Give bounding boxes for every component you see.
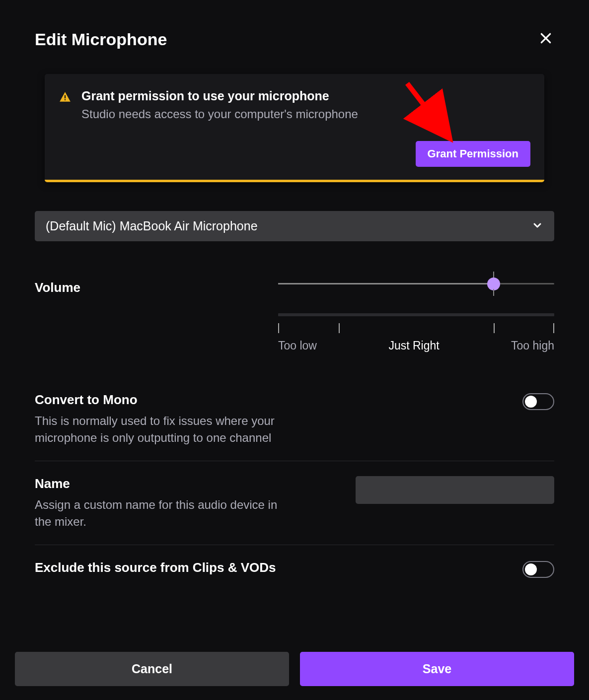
chevron-down-icon	[531, 219, 543, 233]
toggle-handle	[525, 563, 537, 575]
edit-microphone-modal: Edit Microphone Grant permission to use …	[0, 0, 589, 700]
exclude-toggle[interactable]	[522, 561, 554, 578]
device-select-value: (Default Mic) MacBook Air Microphone	[46, 219, 258, 233]
volume-slider-thumb[interactable]	[487, 278, 500, 290]
cancel-button[interactable]: Cancel	[15, 652, 289, 686]
level-label-low: Too low	[278, 339, 317, 352]
close-button[interactable]	[537, 30, 554, 50]
volume-slider[interactable]	[278, 283, 554, 284]
alert-title: Grant permission to use your microphone	[81, 89, 530, 103]
slider-tick-icon	[493, 289, 494, 296]
convert-to-mono-toggle[interactable]	[522, 393, 554, 410]
volume-label: Volume	[35, 280, 258, 295]
exclude-title: Exclude this source from Clips & VODs	[35, 560, 276, 575]
volume-section: Volume Too low Just Right	[35, 280, 554, 352]
name-row: Name Assign a custom name for this audio…	[35, 461, 554, 545]
mono-description: This is normally used to fix issues wher…	[35, 413, 293, 446]
level-ticks	[278, 323, 554, 333]
grant-permission-button[interactable]: Grant Permission	[416, 141, 530, 167]
alert-description: Studio needs access to your computer's m…	[81, 107, 530, 121]
name-description: Assign a custom name for this audio devi…	[35, 496, 293, 530]
permission-alert: Grant permission to use your microphone …	[45, 74, 544, 182]
modal-header: Edit Microphone	[35, 30, 554, 50]
exclude-row: Exclude this source from Clips & VODs	[35, 545, 554, 580]
volume-level-meter	[278, 313, 554, 316]
mono-title: Convert to Mono	[35, 392, 293, 408]
slider-fill	[278, 283, 494, 284]
microphone-device-select[interactable]: (Default Mic) MacBook Air Microphone	[35, 211, 554, 241]
modal-footer: Cancel Save	[15, 652, 574, 686]
modal-title: Edit Microphone	[35, 30, 167, 49]
warning-icon	[59, 91, 72, 106]
level-label-right: Just Right	[388, 339, 439, 352]
level-labels: Too low Just Right Too high	[278, 339, 554, 352]
close-icon	[539, 32, 552, 48]
convert-to-mono-row: Convert to Mono This is normally used to…	[35, 392, 554, 461]
level-label-high: Too high	[511, 339, 554, 352]
toggle-handle	[525, 396, 537, 408]
name-title: Name	[35, 476, 293, 491]
svg-rect-3	[65, 99, 66, 100]
svg-rect-2	[65, 95, 66, 99]
device-name-input[interactable]	[356, 476, 554, 504]
save-button[interactable]: Save	[300, 652, 574, 686]
